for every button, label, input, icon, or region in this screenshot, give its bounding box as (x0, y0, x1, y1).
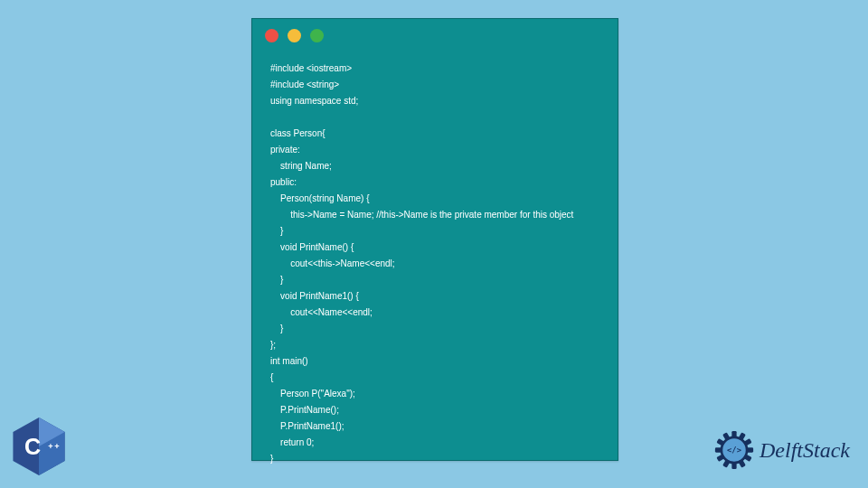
close-dot-icon (265, 29, 278, 42)
window-titlebar (252, 19, 618, 52)
gear-icon: </> (714, 430, 754, 470)
svg-text:+: + (54, 442, 59, 451)
minimize-dot-icon (288, 29, 301, 42)
cpp-badge-icon: C + + (13, 418, 65, 475)
brand-logo: </> DelftStack (714, 430, 850, 470)
code-content: #include <iostream> #include <string> us… (252, 52, 618, 485)
maximize-dot-icon (310, 29, 324, 42)
svg-text:+: + (48, 442, 52, 451)
brand-name: DelftStack (760, 438, 850, 463)
svg-text:C: C (24, 434, 41, 459)
svg-text:</>: </> (727, 446, 741, 455)
code-window: #include <iostream> #include <string> us… (251, 18, 618, 461)
